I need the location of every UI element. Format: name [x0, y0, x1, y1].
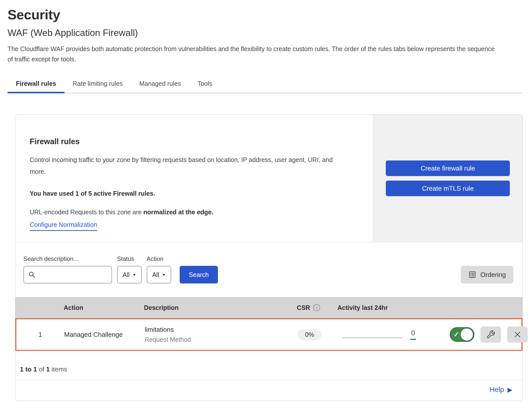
items-count: 1 to 1 of 1 items [15, 351, 522, 380]
items-count-suffix: items [50, 365, 67, 373]
status-select-value: All [123, 271, 130, 278]
status-label: Status [117, 255, 142, 262]
items-count-range: 1 to 1 [20, 365, 37, 373]
filter-row: Search description... Status [15, 242, 522, 297]
security-page: Security WAF (Web Application Firewall) … [0, 0, 532, 401]
search-box[interactable] [23, 266, 112, 283]
help-link-label: Help [489, 386, 504, 394]
rule-enabled-toggle[interactable]: ✓ [450, 327, 474, 342]
column-header-activity: Activity last 24hr [332, 304, 443, 311]
chevron-down-icon: ▼ [132, 273, 136, 277]
delete-rule-button[interactable] [507, 326, 528, 343]
chevron-down-icon: ▼ [162, 273, 166, 277]
configure-normalization-link[interactable]: Configure Normalization [30, 220, 97, 231]
action-select-value: All [152, 271, 159, 278]
activity-cell: 0 [333, 329, 444, 340]
toggle-knob [461, 328, 473, 341]
tab-managed-rules[interactable]: Managed rules [131, 76, 189, 93]
usage-text: You have used 1 of 5 active Firewall rul… [30, 189, 358, 198]
rule-controls: ✓ [444, 326, 528, 343]
column-header-csr: CSR i [285, 304, 332, 311]
waf-tab-bar: Firewall rules Rate limiting rules Manag… [8, 76, 523, 93]
tab-firewall-rules[interactable]: Firewall rules [8, 76, 64, 93]
normalization-text-bold: normalized at the edge. [143, 209, 213, 216]
activity-count-link[interactable]: 0 [410, 329, 416, 340]
items-count-total: 1 [46, 365, 50, 373]
rule-description-name: limitations [145, 325, 286, 334]
page-title: Security [8, 7, 532, 23]
page-description: The Cloudflare WAF provides both automat… [8, 44, 508, 64]
rule-description: limitations Request Method [145, 325, 286, 344]
action-select[interactable]: All ▼ [147, 266, 171, 283]
help-row: Help ▶ [15, 380, 522, 401]
status-field: Status All ▼ [117, 255, 142, 283]
tab-tools[interactable]: Tools [189, 76, 220, 93]
page-subtitle: WAF (Web Application Firewall) [8, 27, 532, 39]
action-field: Action All ▼ [147, 255, 171, 283]
items-count-mid: of [37, 365, 46, 373]
csr-header-label: CSR [297, 304, 310, 311]
tab-rate-limiting-rules[interactable]: Rate limiting rules [64, 76, 131, 93]
create-mtls-rule-button[interactable]: Create mTLS rule [386, 181, 510, 196]
table-row: 1 Managed Challenge limitations Request … [15, 318, 522, 351]
status-select[interactable]: All ▼ [117, 266, 142, 283]
ordering-list-icon [468, 271, 476, 279]
search-description-label: Search description... [23, 255, 112, 262]
search-icon [28, 271, 36, 279]
search-field: Search description... [23, 255, 112, 283]
wrench-icon [486, 330, 495, 339]
column-header-action: Action [63, 304, 144, 311]
panel-description: Control incoming traffic to your zone by… [30, 154, 349, 178]
check-icon: ✓ [453, 331, 459, 339]
action-label: Action [147, 255, 171, 262]
panel-title: Firewall rules [30, 137, 358, 146]
help-arrow-icon: ▶ [508, 386, 512, 393]
rule-description-expression: Request Method [145, 335, 286, 344]
search-input[interactable] [39, 271, 107, 278]
column-header-description: Description [144, 304, 285, 311]
ordering-button[interactable]: Ordering [461, 266, 513, 283]
rule-order: 1 [16, 331, 64, 339]
csr-value-badge: 0% [297, 329, 322, 340]
firewall-rules-summary-section: Firewall rules Control incoming traffic … [15, 115, 522, 242]
create-firewall-rule-button[interactable]: Create firewall rule [386, 160, 510, 176]
activity-sparkline [343, 338, 402, 338]
info-icon[interactable]: i [313, 304, 320, 311]
table-header: Action Description CSR i Activity last 2… [15, 297, 522, 318]
ordering-button-label: Ordering [480, 271, 506, 279]
normalization-text-regular: URL-encoded Requests to this zone are [30, 209, 143, 216]
firewall-rules-card: Firewall rules Control incoming traffic … [15, 114, 523, 401]
search-button[interactable]: Search [180, 266, 218, 283]
close-icon [513, 330, 522, 339]
help-link[interactable]: Help ▶ [489, 386, 512, 394]
normalization-text: URL-encoded Requests to this zone are no… [30, 208, 358, 216]
edit-rule-button[interactable] [480, 326, 501, 343]
actions-panel: Create firewall rule Create mTLS rule [373, 115, 522, 242]
rule-action: Managed Challenge [64, 331, 145, 339]
